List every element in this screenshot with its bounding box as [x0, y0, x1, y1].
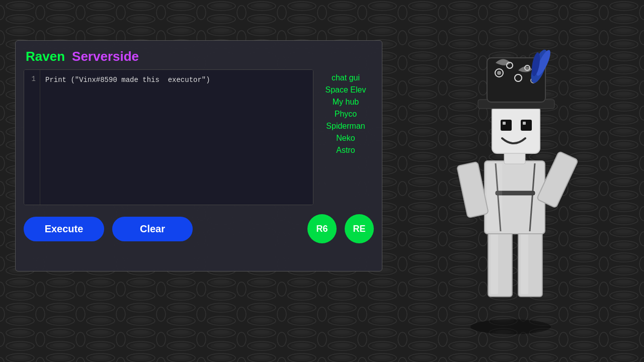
script-item-astro[interactable]: Astro: [336, 146, 355, 155]
line-number-1: 1: [32, 75, 36, 83]
svg-point-33: [497, 71, 501, 75]
execute-button[interactable]: Execute: [24, 217, 104, 241]
svg-rect-21: [487, 163, 502, 231]
svg-rect-26: [501, 120, 512, 131]
character-display: [418, 40, 619, 342]
script-item-neko[interactable]: Neko: [336, 134, 355, 143]
script-item-phyco[interactable]: Phyco: [335, 110, 357, 119]
button-row: Execute Clear R6 RE: [24, 214, 374, 243]
svg-rect-27: [521, 120, 532, 131]
line-numbers: 1: [24, 70, 40, 205]
svg-rect-22: [457, 162, 489, 218]
script-item-space-elev[interactable]: Space Elev: [326, 85, 366, 95]
title-serverside: Serverside: [72, 49, 139, 64]
script-item-spiderman[interactable]: Spiderman: [326, 122, 365, 131]
r6-button[interactable]: R6: [307, 214, 337, 243]
svg-rect-25: [492, 106, 540, 153]
svg-point-12: [470, 319, 551, 334]
title-bar: Raven Serverside: [16, 41, 382, 69]
main-panel: Raven Serverside 1 Print ("Vinx#8590 mad…: [15, 40, 382, 272]
svg-rect-16: [521, 234, 528, 294]
title-raven: Raven: [26, 49, 65, 64]
re-button[interactable]: RE: [345, 214, 374, 243]
code-textarea[interactable]: Print ("Vinx#8590 made this executor"): [40, 70, 313, 205]
script-list: chat gui Space Elev My hub Phyco Spiderm…: [313, 69, 374, 205]
script-item-my-hub[interactable]: My hub: [333, 98, 359, 107]
clear-button[interactable]: Clear: [112, 217, 193, 241]
character-svg: [418, 40, 609, 337]
svg-rect-29: [523, 122, 526, 125]
code-editor: 1 Print ("Vinx#8590 made this executor"): [24, 69, 313, 205]
svg-rect-15: [491, 234, 498, 294]
script-item-chat-gui[interactable]: chat gui: [332, 73, 360, 82]
svg-rect-28: [503, 122, 506, 125]
